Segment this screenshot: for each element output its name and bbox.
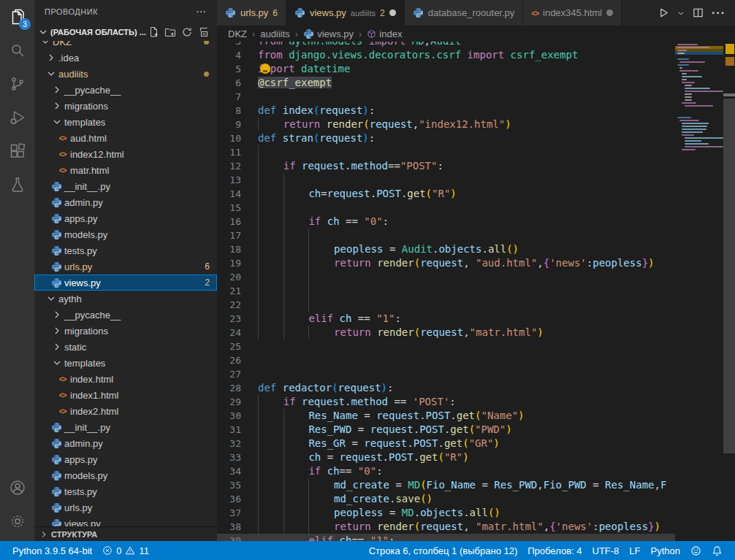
breadcrumb-item-index[interactable]: index	[367, 28, 402, 39]
code-line-18[interactable]: 18 peopless = Audit.objects.all()	[217, 242, 675, 256]
code-line-15[interactable]: 15	[217, 201, 675, 215]
tab-database-roouter-py[interactable]: database_roouter.py	[405, 0, 524, 26]
tab-urls-py[interactable]: urls.py6	[217, 0, 286, 26]
code-line-33[interactable]: 33 ch = request.POST.get("R")	[217, 450, 675, 464]
tree-item-admin-py[interactable]: admin.py	[34, 194, 217, 210]
tree-item-aud-html[interactable]: <>aud.html	[34, 130, 217, 146]
code-line-21[interactable]: 21	[217, 284, 675, 298]
code-line-4[interactable]: 4from django.views.decorators.csrf impor…	[217, 48, 675, 62]
new-file-icon[interactable]	[148, 26, 159, 38]
indentation-status[interactable]: Пробелов: 4	[522, 545, 587, 556]
code-line-26[interactable]: 26	[217, 353, 675, 367]
code-line-29[interactable]: 29 if request.method == 'POST':	[217, 395, 675, 409]
code-line-12[interactable]: 12 if request.method=="POST":	[217, 159, 675, 173]
code-line-36[interactable]: 36 md_create.save()	[217, 492, 675, 506]
dirty-indicator[interactable]	[606, 9, 613, 16]
bell-icon[interactable]	[707, 545, 728, 556]
language-mode-status[interactable]: Python	[646, 545, 685, 556]
search-icon[interactable]	[0, 34, 34, 67]
code-line-38[interactable]: 38 return render(request, "matr.html",{'…	[217, 520, 675, 534]
accounts-icon[interactable]	[0, 471, 34, 505]
tree-item-templates[interactable]: templates	[34, 355, 217, 371]
code-line-22[interactable]: 22	[217, 298, 675, 312]
code-line-9[interactable]: 9 return render(request,"index12.html")	[217, 118, 675, 131]
extensions-icon[interactable]	[0, 134, 34, 168]
code-line-27[interactable]: 27	[217, 367, 675, 381]
code-line-19[interactable]: 19 return render(request, "aud.html",{'n…	[217, 256, 675, 270]
tree-item-index1-html[interactable]: <>index1.html	[34, 387, 217, 403]
refresh-icon[interactable]	[181, 26, 193, 38]
tree-item-aythh[interactable]: aythh	[34, 291, 217, 307]
cursor-position-status[interactable]: Строка 6, столбец 1 (выбрано 12)	[364, 545, 523, 556]
tree-item-migrations[interactable]: migrations	[34, 323, 217, 339]
code-editor[interactable]: 3from aythh.models import MD,Audit4from …	[217, 42, 735, 541]
code-line-39[interactable]: 39 elif ch== "1":	[217, 534, 675, 541]
code-line-13[interactable]: 13	[217, 173, 675, 187]
run-dropdown-chevron-icon[interactable]	[677, 9, 685, 17]
tree-item-index12-html[interactable]: <>index12.html	[34, 146, 217, 162]
run-icon[interactable]	[658, 7, 669, 18]
tab-views-py[interactable]: views.pyaudiiits2	[286, 0, 405, 26]
tree-item-urls-py[interactable]: urls.py6	[34, 258, 217, 275]
tree-item-templates[interactable]: templates	[34, 114, 217, 130]
dirty-indicator[interactable]	[389, 9, 396, 16]
tree-item-audiiits[interactable]: audiiits	[34, 66, 217, 82]
encoding-status[interactable]: UTF-8	[587, 545, 625, 556]
code-line-31[interactable]: 31 Res_PWD = request.POST.get("PWD")	[217, 423, 675, 437]
explorer-icon[interactable]: 3	[0, 0, 34, 34]
tree-item-init-py[interactable]: __init__.py	[34, 178, 217, 194]
python-interpreter-status[interactable]: Python 3.9.5 64-bit	[7, 545, 97, 556]
tree-item-index-html[interactable]: <>index.html	[34, 371, 217, 387]
run-debug-icon[interactable]	[0, 101, 34, 134]
explorer-more-icon[interactable]: ···	[197, 7, 207, 16]
code-line-35[interactable]: 35 md_create = MD(Fio_Name = Res_PWD,Fio…	[217, 478, 675, 492]
tree-item-models-py[interactable]: models.py	[34, 467, 217, 483]
code-line-16[interactable]: 16 if ch == "0":	[217, 215, 675, 229]
settings-gear-icon[interactable]	[0, 505, 34, 538]
eol-status[interactable]: LF	[624, 545, 645, 556]
tree-item-apps-py[interactable]: apps.py	[34, 210, 217, 226]
code-line-8[interactable]: 8def index(request):	[217, 104, 675, 118]
new-folder-icon[interactable]	[164, 26, 176, 38]
breadcrumb-item-dkz[interactable]: DKZ	[228, 28, 247, 39]
testing-icon[interactable]	[0, 168, 34, 202]
code-line-23[interactable]: 23 elif ch == "1":	[217, 312, 675, 326]
code-line-25[interactable]: 25	[217, 340, 675, 353]
code-line-14[interactable]: 14 ch=request.POST.get("R")	[217, 187, 675, 201]
minimap[interactable]	[675, 43, 723, 541]
code-line-6[interactable]: 6@csrf_exempt	[217, 76, 675, 90]
tree-item-apps-py[interactable]: apps.py	[34, 451, 217, 467]
code-line-28[interactable]: 28def redactor(request):	[217, 381, 675, 395]
tree-item-static[interactable]: static	[34, 339, 217, 355]
tree-item-views-py[interactable]: views.py	[34, 515, 217, 526]
tree-item-dkz[interactable]: DKZ	[34, 41, 217, 50]
code-line-3[interactable]: 3from aythh.models import MD,Audit	[217, 42, 675, 48]
breadcrumb-item-audiiits[interactable]: audiiits	[260, 28, 289, 39]
code-line-24[interactable]: 24 return render(request,"matr.html")	[217, 326, 675, 340]
code-line-32[interactable]: 32 Res_GR = request.POST.get("GR")	[217, 437, 675, 450]
code-line-17[interactable]: 17	[217, 229, 675, 242]
tree-item-tests-py[interactable]: tests.py	[34, 483, 217, 499]
tree-item-views-py[interactable]: views.py2	[34, 275, 217, 291]
tree-item-models-py[interactable]: models.py	[34, 226, 217, 242]
split-editor-icon[interactable]	[693, 7, 704, 18]
outline-section-header[interactable]: СТРУКТУРА	[34, 526, 217, 541]
breadcrumb-item-views-py[interactable]: views.py	[303, 28, 354, 39]
code-line-7[interactable]: 7	[217, 90, 675, 104]
source-control-icon[interactable]	[0, 67, 34, 101]
tab-index345-html[interactable]: <>index345.html	[523, 0, 622, 26]
tree-item-admin-py[interactable]: admin.py	[34, 435, 217, 451]
problems-status[interactable]: 0 11	[97, 545, 154, 556]
more-actions-icon[interactable]: ···	[712, 7, 726, 20]
tree-item-index2-html[interactable]: <>index2.html	[34, 403, 217, 419]
tree-item-init-py[interactable]: __init__.py	[34, 419, 217, 435]
workspace-section-header[interactable]: (РАБОЧАЯ ОБЛАСТЬ) ...	[34, 23, 217, 41]
code-line-11[interactable]: 11	[217, 145, 675, 159]
tree-item-idea[interactable]: .idea	[34, 50, 217, 66]
tree-item-migrations[interactable]: migrations	[34, 98, 217, 114]
code-line-37[interactable]: 37 peopless = MD.objects.all()	[217, 506, 675, 520]
feedback-icon[interactable]	[685, 545, 707, 556]
tree-item-pycache[interactable]: __pycache__	[34, 307, 217, 323]
code-line-5[interactable]: 5import datetime	[217, 62, 675, 76]
code-line-10[interactable]: 10def stran(request):	[217, 131, 675, 145]
